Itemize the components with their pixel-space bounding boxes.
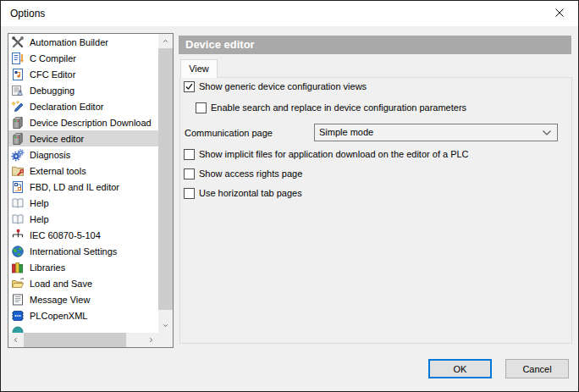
horizontal-scroll-thumb[interactable] xyxy=(24,333,126,347)
list-item-label: Debugging xyxy=(30,86,74,96)
list-item[interactable]: CFC Editor xyxy=(8,66,158,82)
list-item-label: Device Description Download xyxy=(30,118,152,128)
scrollbar-corner xyxy=(158,333,173,347)
options-category-listbox: Automation BuilderC CompilerCFC EditorDe… xyxy=(8,33,174,348)
scroll-right-button[interactable] xyxy=(144,333,158,347)
communication-page-label: Communication page xyxy=(185,128,273,139)
ok-button[interactable]: OK xyxy=(428,359,492,378)
chevron-down-icon xyxy=(542,130,552,136)
list-item[interactable]: C Compiler xyxy=(8,50,158,66)
list-item-label: Load and Save xyxy=(30,279,92,289)
network-icon xyxy=(11,229,25,242)
chevron-down-icon xyxy=(162,321,169,331)
list-item[interactable]: PLCopenXML xyxy=(8,307,158,323)
scroll-up-button[interactable] xyxy=(158,34,173,48)
help-book-icon xyxy=(11,213,25,226)
chevron-left-icon xyxy=(12,335,19,345)
list-item[interactable]: Help xyxy=(8,195,158,211)
communication-page-select[interactable]: Simple mode xyxy=(314,124,558,141)
communication-page-value: Simple mode xyxy=(319,124,373,141)
partial-item-icon xyxy=(11,325,25,334)
declaration-editor-icon xyxy=(11,100,25,113)
list-item[interactable]: International Settings xyxy=(8,243,158,259)
list-item[interactable]: IEC 60870-5-104 xyxy=(8,227,158,243)
list-item[interactable]: Device Description Download xyxy=(8,114,158,130)
list-item[interactable]: External tools xyxy=(8,163,158,179)
list-item-label: IEC 60870-5-104 xyxy=(30,230,101,240)
device-icon xyxy=(11,116,25,130)
use-horizontal-tabs-label[interactable]: Use horizontal tab pages xyxy=(199,188,302,199)
vertical-scrollbar[interactable] xyxy=(158,34,173,333)
show-implicit-files-checkbox[interactable] xyxy=(184,149,195,160)
list-item-label: FBD, LD and IL editor xyxy=(30,182,119,192)
options-dialog: Options Automation BuilderC CompilerCFC … xyxy=(0,0,579,392)
tab-view[interactable]: View xyxy=(180,59,218,78)
list-item[interactable]: FBD, LD and IL editor xyxy=(8,179,158,195)
close-button[interactable] xyxy=(540,1,578,25)
help-book-icon xyxy=(11,196,25,210)
external-tools-icon xyxy=(11,164,25,178)
list-item[interactable]: Device editor xyxy=(8,130,158,146)
tools-icon xyxy=(11,36,25,49)
fbd-ld-il-icon xyxy=(11,180,25,194)
list-item-label: Device editor xyxy=(30,134,84,144)
chevron-up-icon xyxy=(162,36,169,47)
list-item-label: Help xyxy=(30,198,49,208)
list-item[interactable]: Libraries xyxy=(8,259,158,275)
libraries-books-icon xyxy=(11,261,25,274)
list-item[interactable]: Automation Builder xyxy=(8,34,158,50)
show-generic-views-checkbox[interactable] xyxy=(184,81,195,92)
list-item[interactable]: Declaration Editor xyxy=(8,98,158,114)
list-item-label: CFC Editor xyxy=(30,69,75,80)
list-item[interactable]: Help xyxy=(8,211,158,227)
show-generic-views-label[interactable]: Show generic device configuration views xyxy=(199,81,367,92)
list-item-label: International Settings xyxy=(30,246,117,257)
list-item[interactable]: Message View xyxy=(8,291,158,307)
list-item-label: Libraries xyxy=(30,262,65,273)
list-item-label: Message View xyxy=(30,295,90,305)
list-item-label: PLCopenXML xyxy=(30,311,88,321)
list-item-label: C Compiler xyxy=(30,53,76,63)
c-compiler-icon xyxy=(11,52,25,65)
load-save-folder-icon xyxy=(11,277,25,290)
list-item-label: Automation Builder xyxy=(30,37,108,47)
horizontal-scrollbar[interactable] xyxy=(8,333,158,347)
close-icon xyxy=(555,8,564,19)
list-item[interactable]: Diagnosis xyxy=(8,146,158,163)
globe-icon xyxy=(11,245,25,258)
diagnosis-gears-icon xyxy=(11,148,25,162)
debugging-icon xyxy=(11,84,25,97)
list-item-label: Help xyxy=(30,214,49,224)
list-item-label: External tools xyxy=(30,166,86,176)
cancel-button[interactable]: Cancel xyxy=(505,359,569,378)
show-access-rights-checkbox[interactable] xyxy=(184,168,195,179)
show-implicit-files-label[interactable]: Show implicit files for application down… xyxy=(199,149,469,160)
list-item[interactable] xyxy=(8,323,158,333)
device-icon xyxy=(11,132,25,146)
enable-search-replace-checkbox[interactable] xyxy=(196,102,207,113)
message-view-icon xyxy=(11,293,25,306)
titlebar[interactable]: Options xyxy=(1,1,578,26)
list-item[interactable]: Debugging xyxy=(8,82,158,98)
options-category-list: Automation BuilderC CompilerCFC EditorDe… xyxy=(8,34,158,333)
show-access-rights-label[interactable]: Show access rights page xyxy=(199,168,302,179)
cfc-editor-icon xyxy=(11,68,25,81)
page-title: Device editor xyxy=(179,36,571,54)
list-item[interactable]: Load and Save xyxy=(8,275,158,291)
scroll-left-button[interactable] xyxy=(8,333,23,347)
plcopenxml-icon xyxy=(11,309,25,323)
window-title: Options xyxy=(10,1,45,26)
list-item-label: Declaration Editor xyxy=(30,102,103,112)
vertical-scroll-thumb[interactable] xyxy=(158,48,173,310)
chevron-right-icon xyxy=(147,335,155,345)
enable-search-replace-label[interactable]: Enable search and replace in device conf… xyxy=(211,102,466,113)
scroll-down-button[interactable] xyxy=(158,318,173,333)
list-item-label: Diagnosis xyxy=(30,150,70,160)
use-horizontal-tabs-checkbox[interactable] xyxy=(184,188,195,199)
view-tab-page xyxy=(179,77,572,344)
